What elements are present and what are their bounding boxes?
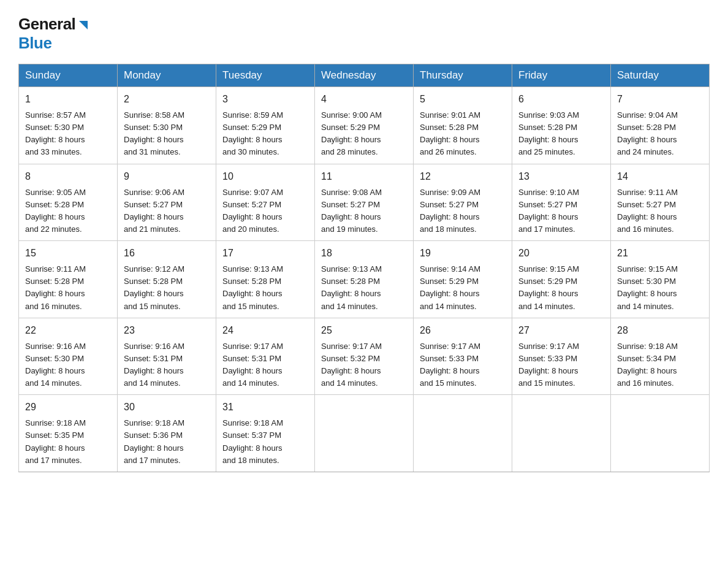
day-info: Sunrise: 9:13 AMSunset: 5:28 PMDaylight:… <box>321 264 382 310</box>
calendar-header-wednesday: Wednesday <box>315 64 414 87</box>
calendar-week-row: 1Sunrise: 8:57 AMSunset: 5:30 PMDaylight… <box>19 87 710 164</box>
calendar-day-cell: 30Sunrise: 9:18 AMSunset: 5:36 PMDayligh… <box>118 395 216 472</box>
calendar-day-cell: 4Sunrise: 9:00 AMSunset: 5:29 PMDaylight… <box>315 87 414 164</box>
day-number: 8 <box>25 169 111 184</box>
calendar-day-cell: 14Sunrise: 9:11 AMSunset: 5:27 PMDayligh… <box>611 164 710 241</box>
day-number: 12 <box>420 169 506 184</box>
day-number: 27 <box>518 323 604 338</box>
day-number: 21 <box>617 246 703 261</box>
calendar-day-cell: 29Sunrise: 9:18 AMSunset: 5:35 PMDayligh… <box>19 395 118 472</box>
day-info: Sunrise: 8:59 AMSunset: 5:29 PMDaylight:… <box>222 110 283 156</box>
calendar-empty-cell <box>315 395 414 472</box>
day-number: 10 <box>222 169 308 184</box>
day-number: 18 <box>321 246 407 261</box>
day-info: Sunrise: 9:01 AMSunset: 5:28 PMDaylight:… <box>420 110 480 156</box>
day-number: 16 <box>124 246 210 261</box>
day-info: Sunrise: 9:17 AMSunset: 5:31 PMDaylight:… <box>222 342 283 388</box>
svg-marker-0 <box>79 21 88 29</box>
calendar-day-cell: 11Sunrise: 9:08 AMSunset: 5:27 PMDayligh… <box>315 164 414 241</box>
day-info: Sunrise: 9:12 AMSunset: 5:28 PMDaylight:… <box>124 264 184 310</box>
day-info: Sunrise: 9:05 AMSunset: 5:28 PMDaylight:… <box>25 188 86 234</box>
day-info: Sunrise: 9:18 AMSunset: 5:36 PMDaylight:… <box>124 418 184 464</box>
calendar-day-cell: 15Sunrise: 9:11 AMSunset: 5:28 PMDayligh… <box>19 241 118 318</box>
day-info: Sunrise: 9:07 AMSunset: 5:27 PMDaylight:… <box>222 188 283 234</box>
calendar-header-row: SundayMondayTuesdayWednesdayThursdayFrid… <box>19 64 710 87</box>
day-info: Sunrise: 9:11 AMSunset: 5:28 PMDaylight:… <box>25 264 86 310</box>
day-number: 7 <box>617 92 703 107</box>
calendar-week-row: 22Sunrise: 9:16 AMSunset: 5:30 PMDayligh… <box>19 318 710 395</box>
day-info: Sunrise: 9:09 AMSunset: 5:27 PMDaylight:… <box>420 188 480 234</box>
calendar-day-cell: 6Sunrise: 9:03 AMSunset: 5:28 PMDaylight… <box>512 87 611 164</box>
calendar-day-cell: 13Sunrise: 9:10 AMSunset: 5:27 PMDayligh… <box>512 164 611 241</box>
logo: General Blue <box>18 15 90 53</box>
day-number: 22 <box>25 323 111 338</box>
calendar-day-cell: 12Sunrise: 9:09 AMSunset: 5:27 PMDayligh… <box>414 164 512 241</box>
day-info: Sunrise: 9:15 AMSunset: 5:30 PMDaylight:… <box>617 264 678 310</box>
calendar-day-cell: 2Sunrise: 8:58 AMSunset: 5:30 PMDaylight… <box>118 87 216 164</box>
day-number: 1 <box>25 92 111 107</box>
day-info: Sunrise: 8:57 AMSunset: 5:30 PMDaylight:… <box>25 110 86 156</box>
day-info: Sunrise: 9:13 AMSunset: 5:28 PMDaylight:… <box>222 264 283 310</box>
calendar-day-cell: 10Sunrise: 9:07 AMSunset: 5:27 PMDayligh… <box>216 164 315 241</box>
logo-triangle-icon <box>77 18 90 32</box>
day-info: Sunrise: 9:14 AMSunset: 5:29 PMDaylight:… <box>420 264 480 310</box>
day-number: 17 <box>222 246 308 261</box>
day-info: Sunrise: 9:03 AMSunset: 5:28 PMDaylight:… <box>518 110 579 156</box>
logo-blue-text: Blue <box>18 34 51 52</box>
calendar-day-cell: 8Sunrise: 9:05 AMSunset: 5:28 PMDaylight… <box>19 164 118 241</box>
day-info: Sunrise: 9:10 AMSunset: 5:27 PMDaylight:… <box>518 188 579 234</box>
calendar-day-cell: 9Sunrise: 9:06 AMSunset: 5:27 PMDaylight… <box>118 164 216 241</box>
day-number: 31 <box>222 400 308 415</box>
calendar-day-cell: 19Sunrise: 9:14 AMSunset: 5:29 PMDayligh… <box>414 241 512 318</box>
calendar-day-cell: 17Sunrise: 9:13 AMSunset: 5:28 PMDayligh… <box>216 241 315 318</box>
day-info: Sunrise: 9:15 AMSunset: 5:29 PMDaylight:… <box>518 264 579 310</box>
day-number: 6 <box>518 92 604 107</box>
calendar-day-cell: 27Sunrise: 9:17 AMSunset: 5:33 PMDayligh… <box>512 318 611 395</box>
calendar-week-row: 29Sunrise: 9:18 AMSunset: 5:35 PMDayligh… <box>19 395 710 472</box>
calendar-day-cell: 18Sunrise: 9:13 AMSunset: 5:28 PMDayligh… <box>315 241 414 318</box>
calendar-header-sunday: Sunday <box>19 64 118 87</box>
calendar-day-cell: 31Sunrise: 9:18 AMSunset: 5:37 PMDayligh… <box>216 395 315 472</box>
day-number: 28 <box>617 323 703 338</box>
day-info: Sunrise: 9:17 AMSunset: 5:33 PMDaylight:… <box>518 342 579 388</box>
day-number: 4 <box>321 92 407 107</box>
day-info: Sunrise: 9:08 AMSunset: 5:27 PMDaylight:… <box>321 188 382 234</box>
day-number: 5 <box>420 92 506 107</box>
day-info: Sunrise: 9:11 AMSunset: 5:27 PMDaylight:… <box>617 188 678 234</box>
day-info: Sunrise: 9:16 AMSunset: 5:30 PMDaylight:… <box>25 342 86 388</box>
day-info: Sunrise: 9:18 AMSunset: 5:35 PMDaylight:… <box>25 418 86 464</box>
calendar-day-cell: 28Sunrise: 9:18 AMSunset: 5:34 PMDayligh… <box>611 318 710 395</box>
calendar-day-cell: 7Sunrise: 9:04 AMSunset: 5:28 PMDaylight… <box>611 87 710 164</box>
calendar-header-thursday: Thursday <box>414 64 512 87</box>
day-number: 9 <box>124 169 210 184</box>
calendar-day-cell: 5Sunrise: 9:01 AMSunset: 5:28 PMDaylight… <box>414 87 512 164</box>
day-info: Sunrise: 9:18 AMSunset: 5:37 PMDaylight:… <box>222 418 283 464</box>
day-number: 25 <box>321 323 407 338</box>
calendar-day-cell: 22Sunrise: 9:16 AMSunset: 5:30 PMDayligh… <box>19 318 118 395</box>
day-info: Sunrise: 9:18 AMSunset: 5:34 PMDaylight:… <box>617 342 678 388</box>
calendar-header-saturday: Saturday <box>611 64 710 87</box>
calendar-day-cell: 25Sunrise: 9:17 AMSunset: 5:32 PMDayligh… <box>315 318 414 395</box>
day-number: 14 <box>617 169 703 184</box>
day-number: 30 <box>124 400 210 415</box>
day-number: 23 <box>124 323 210 338</box>
day-number: 2 <box>124 92 210 107</box>
day-number: 15 <box>25 246 111 261</box>
day-number: 3 <box>222 92 308 107</box>
day-number: 29 <box>25 400 111 415</box>
day-number: 19 <box>420 246 506 261</box>
calendar-header-monday: Monday <box>118 64 216 87</box>
day-number: 24 <box>222 323 308 338</box>
calendar-day-cell: 3Sunrise: 8:59 AMSunset: 5:29 PMDaylight… <box>216 87 315 164</box>
calendar-day-cell: 24Sunrise: 9:17 AMSunset: 5:31 PMDayligh… <box>216 318 315 395</box>
calendar-header-tuesday: Tuesday <box>216 64 315 87</box>
day-info: Sunrise: 9:17 AMSunset: 5:33 PMDaylight:… <box>420 342 480 388</box>
day-info: Sunrise: 8:58 AMSunset: 5:30 PMDaylight:… <box>124 110 184 156</box>
calendar-day-cell: 16Sunrise: 9:12 AMSunset: 5:28 PMDayligh… <box>118 241 216 318</box>
calendar-week-row: 15Sunrise: 9:11 AMSunset: 5:28 PMDayligh… <box>19 241 710 318</box>
calendar-day-cell: 21Sunrise: 9:15 AMSunset: 5:30 PMDayligh… <box>611 241 710 318</box>
day-info: Sunrise: 9:04 AMSunset: 5:28 PMDaylight:… <box>617 110 678 156</box>
calendar-header-friday: Friday <box>512 64 611 87</box>
calendar-empty-cell <box>611 395 710 472</box>
day-info: Sunrise: 9:00 AMSunset: 5:29 PMDaylight:… <box>321 110 382 156</box>
